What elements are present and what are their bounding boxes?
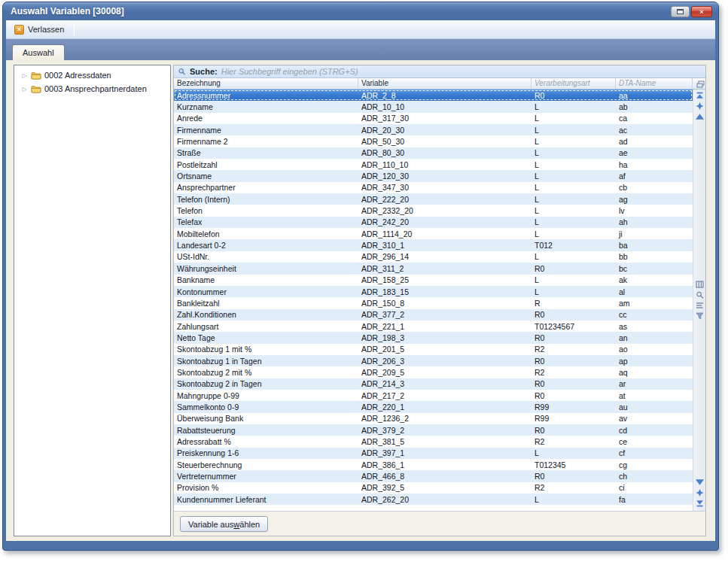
table-row[interactable]: Adressrabatt % ADR_381_5 R2 ce (174, 436, 693, 447)
filter-icon[interactable] (696, 312, 704, 320)
table-row[interactable]: USt-IdNr. ADR_296_14 L bb (174, 251, 693, 263)
tree-item[interactable]: ▷ 0003 Ansprechpartnerdaten (14, 82, 170, 96)
cell-verarbeitungsart: L (532, 124, 616, 135)
tab-page: ▷ 0002 Adressdaten ▷ 0003 Ansprechpartne… (6, 60, 715, 541)
table-row[interactable]: Währungseinheit ADR_311_2 R0 bc (174, 263, 693, 274)
search-bar[interactable]: Suche: (174, 65, 705, 78)
table-row[interactable]: Telefon (Intern) ADR_222_20 L ag (174, 193, 693, 205)
scroll-to-bottom-icon[interactable] (696, 500, 704, 507)
cell-variable: ADR_1236_2 (358, 413, 532, 424)
table-row[interactable]: Steuerberechnung ADR_386_1 T012345 cg (174, 459, 693, 470)
close-button[interactable]: × (691, 6, 712, 17)
cell-bezeichnung: Überweisung Bank (174, 413, 358, 424)
table-row[interactable]: Preiskennung 1-6 ADR_397_1 L cf (174, 448, 693, 459)
tab-strip: Auswahl (6, 39, 715, 60)
grid-header: Bezeichnung Variable Verarbeitungsart DT… (174, 78, 705, 90)
cell-variable: ADR_158_25 (358, 275, 532, 286)
cell-verarbeitungsart: R2 (532, 366, 616, 378)
page-down-icon[interactable] (696, 489, 704, 497)
cell-verarbeitungsart: L (532, 275, 616, 286)
tab-auswahl[interactable]: Auswahl (12, 44, 65, 60)
page-up-icon[interactable] (696, 102, 704, 110)
cell-dta-name: aq (616, 366, 693, 378)
cell-verarbeitungsart: L (532, 251, 616, 263)
search-label: Suche: (190, 67, 218, 76)
table-row[interactable]: Überweisung Bank ADR_1236_2 R99 av (174, 413, 693, 424)
column-header-verarbeitungsart[interactable]: Verarbeitungsart (532, 78, 616, 89)
cell-verarbeitungsart: L (532, 182, 616, 193)
table-body: Adressnummer ADR_2_8 R0 aa Kurzname ADR_… (174, 90, 693, 505)
table-row[interactable]: Zahlungsart ADR_221_1 T01234567 as (174, 320, 693, 332)
table-row[interactable]: Ortsname ADR_120_30 L af (174, 170, 693, 181)
table-row[interactable]: Firmenname ADR_20_30 L ac (174, 124, 693, 135)
cell-bezeichnung: Telefax (174, 217, 358, 228)
table-row[interactable]: Vertreternummer ADR_466_8 R0 ch (174, 470, 693, 481)
cell-dta-name: aa (616, 90, 693, 101)
cell-variable: ADR_397_1 (358, 448, 532, 459)
expander-icon[interactable]: ▷ (21, 72, 28, 79)
best-fit-icon[interactable] (696, 302, 704, 309)
column-chooser-icon[interactable] (696, 281, 704, 288)
table-row[interactable]: Kundennummer Lieferant ADR_262_20 L fa (174, 494, 693, 505)
table-row[interactable]: Rabattsteuerung ADR_379_2 R0 cd (174, 424, 693, 436)
cell-variable: ADR_183_15 (358, 286, 532, 297)
cell-bezeichnung: Bankleitzahl (174, 297, 358, 308)
search-input[interactable] (221, 67, 705, 76)
table-row[interactable]: Anrede ADR_317_30 L ca (174, 113, 693, 124)
expander-icon[interactable]: ▷ (21, 86, 28, 93)
scroll-to-top-icon[interactable] (696, 92, 704, 99)
cell-dta-name: ha (616, 159, 693, 170)
table-row[interactable]: Mahngruppe 0-99 ADR_217_2 R0 at (174, 390, 693, 401)
titlebar[interactable]: Auswahl Variablen [30008] × (3, 2, 718, 20)
cell-dta-name: ac (616, 124, 693, 135)
cell-dta-name: al (616, 286, 693, 297)
table-row[interactable]: Postleitzahl ADR_110_10 L ha (174, 159, 693, 170)
table-row[interactable]: Ansprechpartner ADR_347_30 L cb (174, 182, 693, 193)
column-header-dta-name[interactable]: DTA-Name (616, 78, 693, 89)
table-row[interactable]: Zahl.Konditionen ADR_377_2 R0 cc (174, 309, 693, 320)
cell-dta-name: an (616, 332, 693, 343)
table-row[interactable]: Kontonummer ADR_183_15 L al (174, 286, 693, 297)
table-row[interactable]: Provision % ADR_392_5 R2 ci (174, 482, 693, 494)
select-variable-button[interactable]: Variable auswählen (180, 516, 268, 532)
grid-scrollbar[interactable] (693, 90, 705, 511)
cell-bezeichnung: Mahngruppe 0-99 (174, 390, 358, 401)
table-row[interactable]: Telefax ADR_242_20 L ah (174, 217, 693, 228)
restore-button[interactable] (671, 6, 690, 17)
cell-dta-name: af (616, 170, 693, 181)
cell-dta-name: ag (616, 193, 693, 205)
variables-panel: Suche: Bezeichnung Variable Verarbeitung… (173, 65, 706, 536)
table-row[interactable]: Straße ADR_80_30 L ae (174, 147, 693, 159)
folder-tree[interactable]: ▷ 0002 Adressdaten ▷ 0003 Ansprechpartne… (14, 65, 171, 536)
cell-dta-name: bc (616, 263, 693, 274)
row-down-icon[interactable] (696, 478, 704, 486)
exit-button[interactable]: × Verlassen (11, 23, 70, 37)
cell-dta-name: ad (616, 135, 693, 147)
table-row[interactable]: Skontoabzug 2 in Tagen ADR_214_3 R0 ar (174, 378, 693, 390)
table-row[interactable]: Skontoabzug 1 in Tagen ADR_206_3 R0 ap (174, 355, 693, 366)
find-icon[interactable] (696, 291, 704, 299)
table-row[interactable]: Skontoabzug 1 mit % ADR_201_5 R2 ao (174, 344, 693, 355)
table-row[interactable]: Kurzname ADR_10_10 L ab (174, 101, 693, 112)
table-row[interactable]: Skontoabzug 2 mit % ADR_209_5 R2 aq (174, 366, 693, 378)
table-row[interactable]: Bankname ADR_158_25 L ak (174, 275, 693, 286)
cell-verarbeitungsart: T01234567 (532, 320, 616, 332)
column-header-variable[interactable]: Variable (358, 78, 532, 89)
table-row[interactable]: Firmenname 2 ADR_50_30 L ad (174, 135, 693, 147)
table-row[interactable]: Telefon ADR_2332_20 L lv (174, 205, 693, 216)
table-row[interactable]: Mobiltelefon ADR_1114_20 L ji (174, 228, 693, 239)
cell-dta-name: cg (616, 459, 693, 470)
tree-item[interactable]: ▷ 0002 Adressdaten (14, 68, 170, 82)
row-up-icon[interactable] (696, 113, 704, 120)
column-customize-button[interactable] (693, 78, 705, 89)
table-row[interactable]: Netto Tage ADR_198_3 R0 an (174, 332, 693, 343)
cell-variable: ADR_310_1 (358, 239, 532, 251)
cell-variable: ADR_10_10 (358, 101, 532, 112)
column-header-bezeichnung[interactable]: Bezeichnung (174, 78, 358, 89)
table-row[interactable]: Landesart 0-2 ADR_310_1 T012 ba (174, 239, 693, 251)
cell-verarbeitungsart: L (532, 135, 616, 147)
cell-verarbeitungsart: L (532, 217, 616, 228)
table-row[interactable]: Bankleitzahl ADR_150_8 R am (174, 297, 693, 308)
table-row[interactable]: Adressnummer ADR_2_8 R0 aa (174, 90, 693, 101)
table-row[interactable]: Sammelkonto 0-9 ADR_220_1 R99 au (174, 401, 693, 412)
